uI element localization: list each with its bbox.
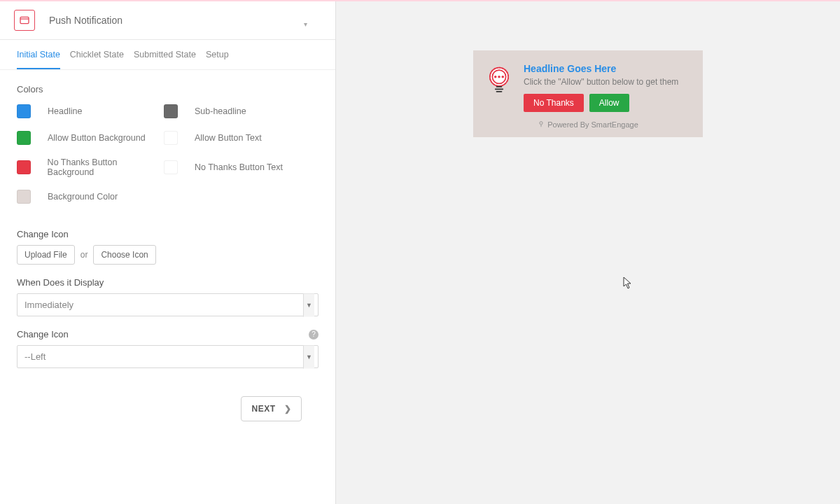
swatch-headline[interactable] — [17, 104, 31, 118]
colors-grid: Headline Sub-headline Allow Button Backg… — [17, 104, 318, 216]
swatch-nothanks-text[interactable] — [164, 160, 178, 174]
color-background: Background Color — [17, 190, 164, 204]
color-allow-text: Allow Button Text — [164, 131, 311, 145]
help-icon[interactable]: ? — [309, 330, 318, 340]
change-icon-block: Change Icon Upload File or Choose Icon — [17, 229, 318, 265]
preview-allow-button[interactable]: Allow — [589, 94, 629, 112]
choose-icon-button[interactable]: Choose Icon — [93, 245, 155, 265]
color-label: Sub-headline — [195, 106, 246, 116]
display-when-block: When Does it Display Immediately ▼ — [17, 277, 318, 316]
position-label: Change Icon ? — [17, 329, 318, 340]
change-icon-label: Change Icon — [17, 229, 318, 239]
display-when-label: When Does it Display — [17, 277, 318, 288]
color-label: Headline — [48, 106, 82, 116]
chevron-down-icon[interactable]: ▾ — [304, 20, 307, 28]
or-text: or — [80, 250, 88, 260]
svg-rect-0 — [20, 17, 29, 23]
state-tabs: Initial State Chicklet State Submitted S… — [0, 40, 335, 70]
tab-initial-state[interactable]: Initial State — [17, 40, 60, 69]
powered-by: Powered By SmartEngage — [484, 120, 692, 129]
preview-no-thanks-button[interactable]: No Thanks — [524, 94, 584, 112]
display-when-value: Immediately — [17, 293, 318, 316]
panel-header: Push Notification ▾ — [0, 1, 335, 40]
tab-chicklet-state[interactable]: Chicklet State — [70, 40, 124, 69]
swatch-allow-bg[interactable] — [17, 131, 31, 145]
position-value: --Left — [17, 345, 318, 368]
color-nothanks-bg: No Thanks Button Background — [17, 158, 164, 177]
settings-panel: Push Notification ▾ Initial State Chickl… — [0, 1, 336, 504]
color-subheadline: Sub-headline — [164, 104, 311, 118]
position-block: Change Icon ? --Left ▼ — [17, 329, 318, 368]
svg-point-4 — [498, 76, 500, 78]
svg-point-5 — [502, 76, 505, 78]
color-label: No Thanks Button Text — [195, 162, 283, 172]
tab-submitted-state[interactable]: Submitted State — [134, 40, 196, 69]
position-select[interactable]: --Left ▼ — [17, 345, 318, 368]
upload-file-button[interactable]: Upload File — [17, 245, 75, 265]
swatch-background[interactable] — [17, 190, 31, 204]
swatch-allow-text[interactable] — [164, 131, 178, 145]
panel-title: Push Notification — [49, 15, 122, 26]
bulb-icon — [538, 120, 545, 129]
preview-panel: Headline Goes Here Click the "Allow" but… — [336, 1, 840, 504]
notification-icon — [484, 64, 514, 97]
tab-setup[interactable]: Setup — [206, 40, 229, 69]
swatch-nothanks-bg[interactable] — [17, 160, 31, 174]
color-label: Allow Button Background — [48, 133, 146, 143]
svg-point-3 — [494, 76, 497, 78]
color-nothanks-text: No Thanks Button Text — [164, 158, 311, 177]
next-button[interactable]: NEXT ❯ — [241, 396, 302, 421]
color-label: Allow Button Text — [195, 133, 262, 143]
chevron-right-icon: ❯ — [284, 404, 292, 414]
chevron-down-icon: ▼ — [303, 345, 314, 368]
push-notification-icon — [14, 10, 35, 31]
form-body: Colors Headline Sub-headline Allow Butto… — [0, 70, 335, 504]
swatch-subheadline[interactable] — [164, 104, 178, 118]
preview-headline: Headline Goes Here — [524, 63, 692, 74]
svg-point-6 — [540, 122, 542, 125]
notification-preview: Headline Goes Here Click the "Allow" but… — [473, 50, 703, 137]
color-label: Background Color — [48, 192, 118, 202]
colors-section-title: Colors — [17, 84, 318, 94]
color-label: No Thanks Button Background — [48, 158, 164, 177]
footer-actions: NEXT ❯ — [17, 396, 318, 435]
powered-by-text: Powered By SmartEngage — [547, 120, 638, 129]
chevron-down-icon: ▼ — [303, 293, 314, 316]
color-headline: Headline — [17, 104, 164, 118]
next-button-label: NEXT — [251, 404, 275, 414]
display-when-select[interactable]: Immediately ▼ — [17, 293, 318, 316]
position-label-text: Change Icon — [17, 329, 69, 340]
color-allow-bg: Allow Button Background — [17, 131, 164, 145]
preview-subheadline: Click the "Allow" button below to get th… — [524, 77, 692, 87]
